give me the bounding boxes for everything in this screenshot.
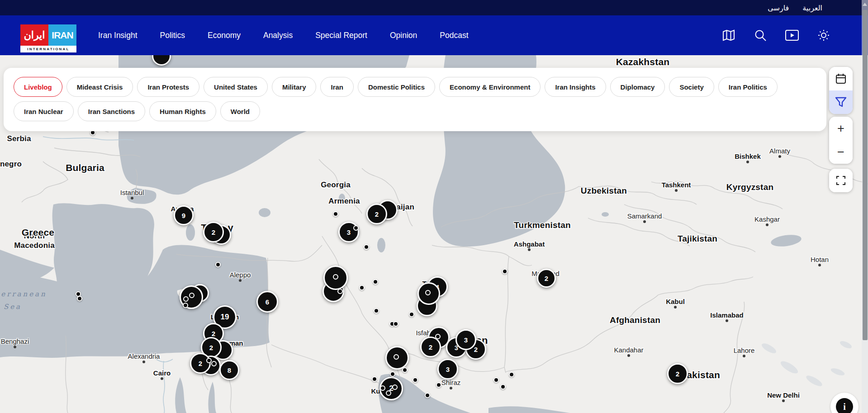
- map-marker-dot[interactable]: [435, 334, 441, 339]
- map-country-label-turkmenistan: Turkmenistan: [514, 220, 571, 230]
- theme-icon[interactable]: [816, 28, 831, 43]
- map-marker-dot[interactable]: [189, 293, 194, 298]
- nav-item-politics[interactable]: Politics: [160, 31, 185, 40]
- info-icon: i: [836, 398, 853, 413]
- map-marker-dot[interactable]: [373, 279, 378, 285]
- nav-item-economy[interactable]: Economy: [208, 31, 241, 40]
- nav-item-iran-insight[interactable]: Iran Insight: [98, 31, 138, 40]
- scrollbar-up-arrow[interactable]: [863, 3, 867, 6]
- map-icon[interactable]: [721, 28, 736, 43]
- map-marker-dot[interactable]: [413, 377, 418, 383]
- map-cluster-2[interactable]: 2: [420, 337, 441, 357]
- map-country-label-macedonia: Macedonia: [14, 241, 55, 250]
- map-marker-dot[interactable]: [502, 269, 508, 274]
- calendar-button[interactable]: [829, 67, 853, 90]
- search-icon[interactable]: [753, 28, 768, 43]
- filter-button[interactable]: [829, 90, 853, 114]
- map-marker-dot[interactable]: [333, 274, 338, 280]
- nav-icons: [721, 15, 831, 55]
- filter-pill-diplomacy[interactable]: Diplomacy: [610, 77, 665, 97]
- page-scrollbar[interactable]: [862, 0, 868, 413]
- map-cluster-8[interactable]: 8: [219, 360, 239, 380]
- map-marker-dot[interactable]: [390, 371, 395, 377]
- map-marker-dot[interactable]: [425, 393, 430, 398]
- map-cluster-2[interactable]: 2: [537, 269, 556, 288]
- map-marker-dot[interactable]: [402, 367, 408, 373]
- zoom-out-button[interactable]: −: [829, 140, 853, 164]
- filter-pill-liveblog[interactable]: Liveblog: [14, 77, 62, 97]
- map-city-label-islamabad: Islamabad: [710, 311, 743, 319]
- filter-pill-iran-protests[interactable]: Iran Protests: [137, 77, 199, 97]
- filter-pill-iran-nuclear[interactable]: Iran Nuclear: [14, 101, 74, 121]
- map-marker-dot[interactable]: [183, 296, 189, 302]
- map-marker-dot[interactable]: [425, 290, 431, 295]
- city-dot: [161, 377, 163, 380]
- filter-pill-domestic-politics[interactable]: Domestic Politics: [358, 77, 435, 97]
- map-cluster-2[interactable]: 2: [203, 222, 224, 242]
- map-marker-dot[interactable]: [215, 262, 221, 267]
- map-marker-dot[interactable]: [393, 321, 398, 327]
- brand-logo[interactable]: ايران IRAN INTERNATIONAL: [20, 24, 76, 52]
- city-dot: [766, 223, 768, 226]
- scrollbar-thumb[interactable]: [863, 10, 868, 340]
- map-marker-dot[interactable]: [337, 289, 343, 294]
- map-country-label-bulgaria: Bulgaria: [66, 162, 104, 173]
- nav-item-podcast[interactable]: Podcast: [440, 31, 468, 40]
- map-marker-dot[interactable]: [211, 361, 217, 366]
- map-marker-dot[interactable]: [333, 211, 338, 217]
- map-marker-dot[interactable]: [394, 354, 399, 360]
- map-marker-dot[interactable]: [436, 382, 441, 388]
- map-city-label-cairo: Cairo: [153, 369, 171, 377]
- language-link-العربية[interactable]: العربية: [802, 4, 822, 12]
- filter-pill-mideast-crisis[interactable]: Mideast Crisis: [66, 77, 133, 97]
- map-cluster-2[interactable]: 2: [366, 204, 387, 224]
- language-link-فارسی[interactable]: فارسی: [768, 4, 789, 12]
- filter-pill-human-rights[interactable]: Human Rights: [149, 101, 216, 121]
- filter-pill-iran-sanctions[interactable]: Iran Sanctions: [78, 101, 145, 121]
- map-country-label-greece: Greece: [22, 227, 54, 238]
- filter-pill-iran-insights[interactable]: Iran Insights: [545, 77, 606, 97]
- map-marker-dot[interactable]: [493, 377, 499, 383]
- map-marker-dot[interactable]: [509, 372, 514, 377]
- map-cluster-9[interactable]: 9: [174, 205, 194, 225]
- map-marker-dot[interactable]: [392, 385, 398, 390]
- zoom-in-button[interactable]: +: [829, 117, 853, 140]
- map-city-label-hotan: Hotan: [811, 256, 829, 263]
- map-marker-dot[interactable]: [183, 303, 188, 308]
- filter-pill-united-states[interactable]: United States: [204, 77, 268, 97]
- map-marker-dot[interactable]: [372, 376, 377, 382]
- map-marker-dot[interactable]: [353, 225, 359, 231]
- map-marker-dot[interactable]: [380, 385, 385, 391]
- nav-item-analysis[interactable]: Analysis: [263, 31, 293, 40]
- filter-pill-economy-environment[interactable]: Economy & Environment: [439, 77, 541, 97]
- filter-pill-iran-politics[interactable]: Iran Politics: [718, 77, 778, 97]
- map-cluster-2[interactable]: 2: [667, 363, 688, 384]
- filter-pill-iran[interactable]: Iran: [320, 77, 354, 97]
- map-marker-dot[interactable]: [359, 285, 365, 290]
- filter-pill-society[interactable]: Society: [669, 77, 714, 97]
- map-city-label-lahore: Lahore: [734, 347, 755, 354]
- map-cluster-3[interactable]: 3: [455, 329, 476, 350]
- map-marker-dot[interactable]: [206, 358, 212, 363]
- map-marker-dot[interactable]: [77, 296, 82, 301]
- filter-pill-military[interactable]: Military: [272, 77, 317, 97]
- video-icon[interactable]: [785, 28, 799, 43]
- map-cluster[interactable]: [152, 55, 171, 66]
- map-marker-dot[interactable]: [374, 308, 379, 313]
- city-dot: [782, 399, 785, 402]
- map-marker-dot[interactable]: [364, 244, 369, 250]
- map-marker-dot[interactable]: [386, 390, 391, 396]
- nav-item-opinion[interactable]: Opinion: [390, 31, 417, 40]
- map-cluster-3[interactable]: 3: [338, 222, 359, 242]
- fullscreen-button[interactable]: [829, 169, 853, 192]
- fullscreen-group: [829, 169, 853, 192]
- nav-item-special-report[interactable]: Special Report: [315, 31, 367, 40]
- map-city-label-istanbul: Istanbul: [120, 189, 144, 196]
- logo-farsi-block: ايران: [20, 24, 48, 46]
- map-cluster-2[interactable]: 2: [190, 353, 211, 374]
- map-marker-dot[interactable]: [409, 312, 414, 317]
- map-marker-dot[interactable]: [500, 384, 506, 389]
- filter-pill-world[interactable]: World: [220, 101, 260, 121]
- map-cluster-3[interactable]: 3: [437, 359, 458, 380]
- map-cluster-6[interactable]: 6: [256, 291, 278, 313]
